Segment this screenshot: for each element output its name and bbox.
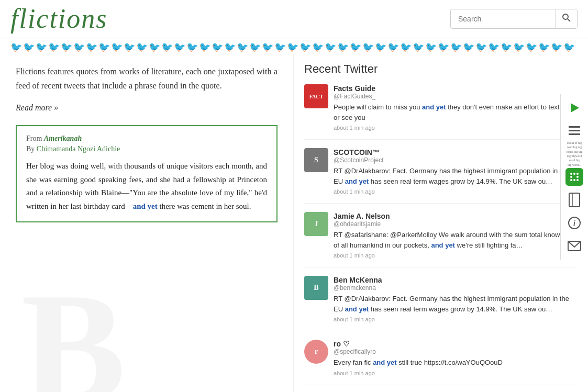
info-icon: i — [568, 216, 581, 230]
svg-rect-15 — [569, 193, 580, 207]
tweet-content-4: Ben McKenna @benmckenna RT @DrAlakbarov:… — [334, 276, 578, 322]
svg-point-8 — [573, 173, 575, 175]
tweet-avatar-5: r — [304, 340, 328, 364]
tweet-avatar-3: J — [304, 212, 328, 236]
wordcloud-button[interactable]: cloud of tagwordtag tagcloud tag tagtag … — [565, 144, 584, 163]
tweet-body-1: People will claim to miss you and yet th… — [334, 102, 578, 122]
quote-highlight: and yet — [133, 202, 158, 210]
quote-from-line: From Amerikanah — [26, 135, 267, 143]
tweet-content-3: Jamie A. Nelson @ohdearitsjamie RT @safa… — [334, 212, 578, 259]
tweet-5: r ro ♡ @specificallyro Every fan fic and… — [304, 340, 578, 385]
tweet-avatar-1: FACT — [304, 84, 328, 108]
highlight-phrase-2: and yet — [345, 177, 369, 185]
tweet-handle-3: @ohdearitsjamie — [334, 220, 578, 228]
tweet-username-1: Facts Guide — [334, 84, 578, 93]
tweet-body-5: Every fan fic and yet still true https:/… — [334, 357, 578, 368]
svg-point-12 — [570, 179, 572, 181]
tweet-time-1: about 1 min ago — [334, 125, 578, 131]
play-button[interactable] — [565, 98, 584, 117]
svg-point-14 — [576, 179, 579, 181]
tweet-time-5: about 1 min ago — [334, 370, 578, 376]
tweet-time-4: about 1 min ago — [334, 316, 578, 322]
tweet-handle-2: @ScotcoinProject — [334, 156, 578, 164]
wordcloud-icon: cloud of tagwordtag tagcloud tag tagtag … — [565, 141, 584, 167]
book-button[interactable] — [565, 191, 584, 209]
svg-line-1 — [568, 19, 570, 21]
highlight-phrase-1: and yet — [422, 103, 446, 111]
svg-point-11 — [576, 176, 579, 178]
search-icon — [562, 14, 571, 22]
tweet-body-3: RT @safarishane: @ParkerMolloy We walk a… — [334, 230, 578, 250]
tweet-4: B Ben McKenna @benmckenna RT @DrAlakbaro… — [304, 276, 578, 331]
tweet-1: FACT Facts Guide @FactGuides_ People wil… — [304, 84, 578, 140]
main-container: Flictions features quotes from works of … — [0, 54, 588, 392]
menu-button[interactable] — [565, 121, 584, 140]
intro-text: Flictions features quotes from works of … — [16, 64, 278, 93]
book-title: Amerikanah — [44, 135, 82, 142]
tweet-time-3: about 1 min ago — [334, 252, 578, 259]
svg-text:i: i — [573, 219, 575, 227]
tweet-avatar-2: S — [304, 148, 328, 172]
tweet-username-2: SCOTCOIN™ — [334, 148, 578, 156]
highlight-phrase-3: and yet — [431, 241, 455, 249]
svg-marker-2 — [571, 103, 579, 113]
by-label: By — [26, 145, 35, 153]
svg-point-0 — [563, 14, 568, 19]
mail-button[interactable] — [565, 237, 584, 255]
mail-icon — [568, 241, 581, 251]
right-column: Recent Twitter FACT Facts Guide @FactGui… — [293, 54, 588, 392]
from-label: From — [26, 135, 42, 142]
read-more-link[interactable]: Read more » — [16, 103, 58, 113]
svg-point-7 — [570, 173, 572, 175]
left-column: Flictions features quotes from works of … — [0, 54, 293, 392]
highlight-phrase-5: and yet — [373, 359, 397, 366]
quote-text-after: there was cement in her soul. — [158, 202, 251, 210]
tweet-avatar-4: B — [304, 276, 328, 300]
svg-rect-3 — [569, 126, 580, 128]
sidebar-icons: cloud of tagwordtag tagcloud tag tagtag … — [560, 94, 588, 260]
tweet-body-2: RT @DrAlakbarov: Fact. Germany has the h… — [334, 166, 578, 186]
tweet-2: S SCOTCOIN™ @ScotcoinProject RT @DrAlakb… — [304, 148, 578, 204]
dice-button[interactable] — [565, 167, 584, 186]
svg-point-13 — [573, 179, 575, 181]
twitter-section-title: Recent Twitter — [304, 62, 578, 76]
quote-author-line: By Chimamanda Ngozi Adichie — [26, 145, 267, 153]
tweet-handle-1: @FactGuides_ — [334, 93, 578, 100]
svg-point-10 — [570, 176, 572, 178]
info-button[interactable]: i — [565, 214, 584, 232]
tweet-content-1: Facts Guide @FactGuides_ People will cla… — [334, 84, 578, 131]
tweet-username-4: Ben McKenna — [334, 276, 578, 284]
tweet-time-2: about 1 min ago — [334, 188, 578, 195]
tweet-handle-5: @specificallyro — [334, 348, 578, 355]
twitter-birds-decoration: 🐦🐦🐦🐦🐦🐦🐦🐦🐦🐦🐦🐦🐦🐦🐦🐦🐦🐦🐦🐦🐦🐦🐦🐦🐦🐦🐦🐦🐦🐦🐦🐦🐦🐦🐦🐦🐦🐦🐦🐦… — [0, 38, 588, 54]
search-form — [450, 9, 578, 29]
author-name: Chimamanda Ngozi Adichie — [37, 145, 120, 153]
search-button[interactable] — [556, 9, 577, 28]
header: flictions — [0, 0, 588, 38]
highlight-phrase-4: and yet — [345, 305, 369, 313]
dice-icon — [565, 168, 583, 186]
tweet-3: J Jamie A. Nelson @ohdearitsjamie RT @sa… — [304, 212, 578, 267]
tweet-username-5: ro ♡ — [334, 340, 578, 348]
tweet-handle-4: @benmckenna — [334, 284, 578, 292]
svg-point-9 — [576, 173, 579, 175]
tweet-body-4: RT @DrAlakbarov: Fact. Germany has the h… — [334, 294, 578, 314]
book-icon — [568, 193, 581, 207]
site-logo[interactable]: flictions — [10, 5, 108, 32]
birds-row: 🐦🐦🐦🐦🐦🐦🐦🐦🐦🐦🐦🐦🐦🐦🐦🐦🐦🐦🐦🐦🐦🐦🐦🐦🐦🐦🐦🐦🐦🐦🐦🐦🐦🐦🐦🐦🐦🐦🐦🐦… — [10, 42, 578, 52]
svg-rect-4 — [569, 130, 580, 131]
quote-box: From Amerikanah By Chimamanda Ngozi Adic… — [16, 125, 278, 222]
quote-text: Her blog was doing well, with thousands … — [26, 160, 267, 213]
play-icon — [569, 102, 580, 114]
tweet-content-5: ro ♡ @specificallyro Every fan fic and y… — [334, 340, 578, 376]
search-input[interactable] — [451, 10, 556, 27]
menu-icon — [569, 126, 580, 136]
svg-rect-5 — [569, 133, 580, 135]
tweet-username-3: Jamie A. Nelson — [334, 212, 578, 220]
tweet-content-2: SCOTCOIN™ @ScotcoinProject RT @DrAlakbar… — [334, 148, 578, 195]
